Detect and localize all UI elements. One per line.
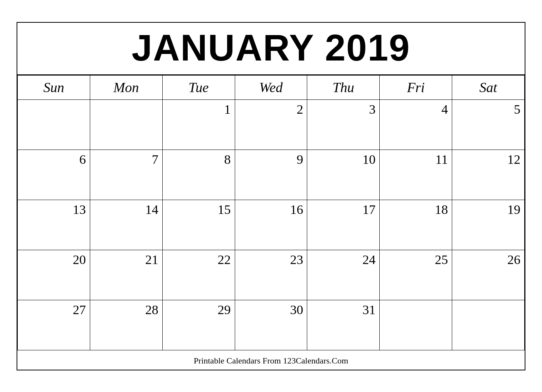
calendar-day-cell: 23	[235, 250, 307, 300]
calendar-day-cell: 16	[235, 200, 307, 250]
day-number: 16	[235, 200, 307, 217]
day-number: 23	[235, 250, 307, 267]
calendar-day-cell	[380, 300, 452, 350]
calendar-day-cell: 22	[162, 250, 235, 300]
day-number: 12	[452, 150, 524, 167]
weekday-header-row: Sun Mon Tue Wed Thu Fri Sat	[18, 75, 525, 99]
calendar-day-cell: 1	[162, 99, 235, 150]
calendar-day-cell: 5	[452, 99, 525, 150]
day-number: 29	[163, 300, 235, 317]
calendar-week-row: 2728293031	[18, 300, 525, 350]
day-number: 7	[90, 150, 162, 167]
day-number: 6	[18, 150, 90, 167]
calendar-week-row: 12345	[18, 99, 525, 150]
day-number: 14	[90, 200, 162, 217]
calendar-week-row: 6789101112	[18, 150, 525, 200]
day-number: 10	[307, 150, 379, 167]
day-number: 19	[452, 200, 524, 217]
header-fri: Fri	[380, 75, 452, 99]
day-number: 17	[307, 200, 379, 217]
day-number: 22	[163, 250, 235, 267]
day-number: 9	[235, 150, 307, 167]
day-number: 2	[235, 100, 307, 117]
day-number: 21	[90, 250, 162, 267]
header-mon: Mon	[90, 75, 162, 99]
calendar-day-cell: 19	[452, 200, 525, 250]
day-number: 5	[452, 100, 524, 117]
header-tue: Tue	[162, 75, 235, 99]
calendar-day-cell: 13	[18, 200, 90, 250]
calendar-day-cell: 12	[452, 150, 525, 200]
day-number: 20	[18, 250, 90, 267]
day-number: 18	[380, 200, 452, 217]
header-sun: Sun	[18, 75, 90, 99]
calendar-day-cell: 9	[235, 150, 307, 200]
day-number: 13	[18, 200, 90, 217]
day-number: 3	[307, 100, 379, 117]
day-number: 24	[307, 250, 379, 267]
calendar-day-cell: 15	[162, 200, 235, 250]
calendar-day-cell: 8	[162, 150, 235, 200]
calendar-day-cell: 28	[90, 300, 162, 350]
day-number: 26	[452, 250, 524, 267]
calendar-day-cell: 11	[380, 150, 452, 200]
header-sat: Sat	[452, 75, 525, 99]
calendar-footer: Printable Calendars From 123Calendars.Co…	[17, 350, 525, 370]
calendar-day-cell: 21	[90, 250, 162, 300]
day-number: 27	[18, 300, 90, 317]
day-number: 11	[380, 150, 452, 167]
day-number: 15	[163, 200, 235, 217]
day-number: 31	[307, 300, 379, 317]
calendar-day-cell: 26	[452, 250, 525, 300]
calendar-day-cell: 27	[18, 300, 90, 350]
day-number: 1	[163, 100, 235, 117]
calendar-day-cell	[18, 99, 90, 150]
calendar-container: JANUARY 2019 Sun Mon Tue Wed Thu Fri Sat…	[17, 22, 525, 370]
calendar-day-cell	[452, 300, 525, 350]
calendar-day-cell: 2	[235, 99, 307, 150]
calendar-day-cell: 20	[18, 250, 90, 300]
day-number: 4	[380, 100, 452, 117]
calendar-day-cell	[90, 99, 162, 150]
calendar-week-row: 20212223242526	[18, 250, 525, 300]
calendar-day-cell: 29	[162, 300, 235, 350]
day-number: 25	[380, 250, 452, 267]
calendar-week-row: 13141516171819	[18, 200, 525, 250]
calendar-grid: Sun Mon Tue Wed Thu Fri Sat 123456789101…	[17, 75, 525, 350]
day-number: 30	[235, 300, 307, 317]
calendar-day-cell: 31	[307, 300, 380, 350]
calendar-day-cell: 6	[18, 150, 90, 200]
calendar-day-cell: 24	[307, 250, 380, 300]
calendar-day-cell: 18	[380, 200, 452, 250]
header-wed: Wed	[235, 75, 307, 99]
calendar-day-cell: 25	[380, 250, 452, 300]
calendar-day-cell: 7	[90, 150, 162, 200]
calendar-day-cell: 10	[307, 150, 380, 200]
calendar-title: JANUARY 2019	[17, 23, 525, 75]
day-number: 8	[163, 150, 235, 167]
calendar-day-cell: 14	[90, 200, 162, 250]
calendar-day-cell: 3	[307, 99, 380, 150]
header-thu: Thu	[307, 75, 380, 99]
calendar-day-cell: 17	[307, 200, 380, 250]
calendar-day-cell: 30	[235, 300, 307, 350]
calendar-day-cell: 4	[380, 99, 452, 150]
day-number: 28	[90, 300, 162, 317]
calendar-body: 1234567891011121314151617181920212223242…	[18, 99, 525, 350]
